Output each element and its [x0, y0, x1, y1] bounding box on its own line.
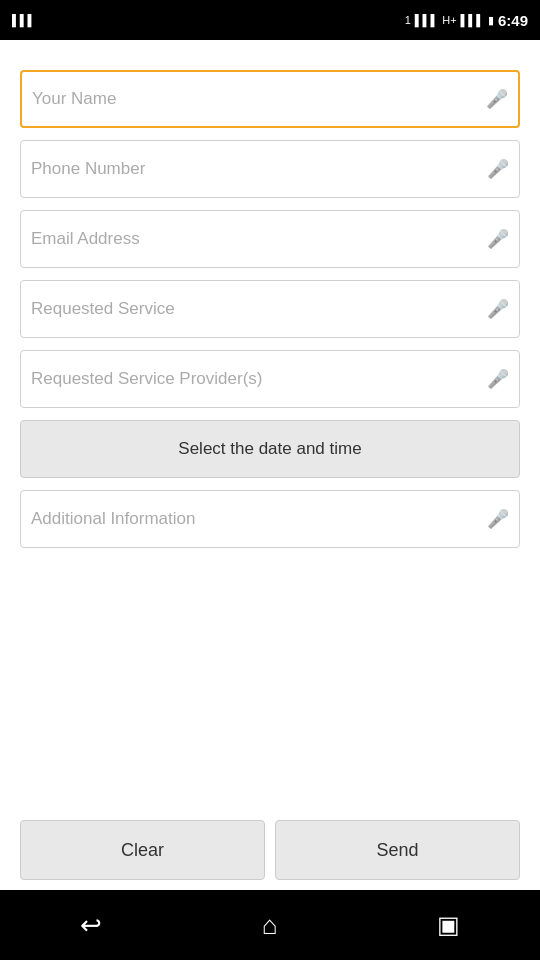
service-input-row[interactable]: [20, 280, 520, 338]
name-mic-icon[interactable]: [486, 88, 508, 110]
provider-input[interactable]: [31, 369, 487, 389]
back-button[interactable]: [80, 910, 102, 941]
name-input-row[interactable]: [20, 70, 520, 128]
bottom-buttons: Clear Send: [0, 810, 540, 890]
additional-input[interactable]: [31, 509, 487, 529]
additional-input-row[interactable]: [20, 490, 520, 548]
signal-1-icon: 1: [405, 14, 411, 26]
name-input[interactable]: [32, 89, 486, 109]
status-bar-left: ▌▌▌: [12, 14, 35, 26]
form-container: Select the date and time: [0, 40, 540, 810]
status-bar-right: 1 ▌▌▌ H+ ▌▌▌ ▮ 6:49: [405, 12, 528, 29]
status-bar: ▌▌▌ 1 ▌▌▌ H+ ▌▌▌ ▮ 6:49: [0, 0, 540, 40]
phone-mic-icon[interactable]: [487, 158, 509, 180]
time-display: 6:49: [498, 12, 528, 29]
home-button[interactable]: [262, 910, 278, 941]
email-input-row[interactable]: [20, 210, 520, 268]
send-button[interactable]: Send: [275, 820, 520, 880]
signal-bars-2-icon: ▌▌▌: [415, 14, 438, 26]
provider-mic-icon[interactable]: [487, 368, 509, 390]
signal-bars-3-icon: ▌▌▌: [461, 14, 484, 26]
service-mic-icon[interactable]: [487, 298, 509, 320]
email-input[interactable]: [31, 229, 487, 249]
network-type-label: H+: [442, 14, 456, 26]
clear-button[interactable]: Clear: [20, 820, 265, 880]
recents-button[interactable]: [437, 911, 460, 939]
phone-input[interactable]: [31, 159, 487, 179]
battery-icon: ▮: [488, 14, 494, 27]
phone-input-row[interactable]: [20, 140, 520, 198]
additional-mic-icon[interactable]: [487, 508, 509, 530]
select-date-button[interactable]: Select the date and time: [20, 420, 520, 478]
signal-bars-icon: ▌▌▌: [12, 14, 35, 26]
service-input[interactable]: [31, 299, 487, 319]
nav-bar: [0, 890, 540, 960]
email-mic-icon[interactable]: [487, 228, 509, 250]
provider-input-row[interactable]: [20, 350, 520, 408]
